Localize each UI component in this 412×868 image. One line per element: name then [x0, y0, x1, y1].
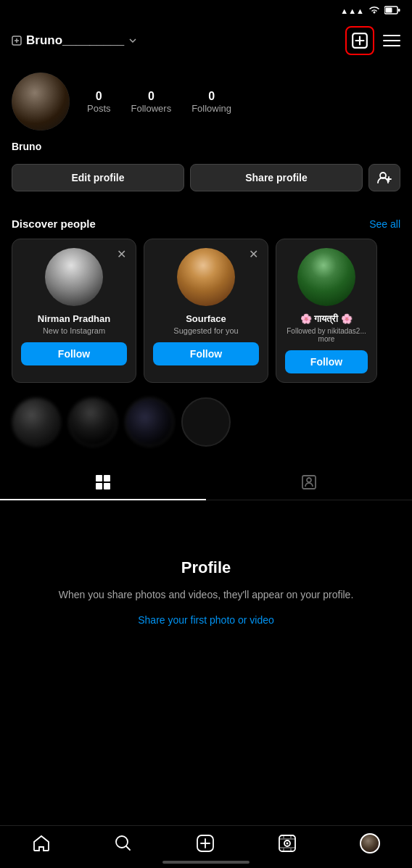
- display-name: Bruno: [12, 141, 400, 152]
- person-avatar-2: [177, 248, 235, 306]
- svg-point-16: [287, 843, 289, 845]
- header: Bruno_________: [0, 16, 412, 65]
- search-icon: [114, 834, 133, 853]
- following-label: Following: [191, 103, 231, 114]
- highlight-circle-2: [68, 397, 118, 447]
- discover-title: Discover people: [12, 218, 96, 230]
- profile-actions: Edit profile Share profile: [12, 164, 400, 191]
- menu-line-3: [383, 45, 400, 46]
- following-count: 0: [208, 90, 215, 103]
- grid-icon: [94, 474, 112, 491]
- tab-tagged[interactable]: [206, 465, 412, 500]
- add-user-icon: [377, 171, 392, 184]
- people-scroll: ✕ Nirman Pradhan New to Instagram Follow…: [0, 239, 412, 383]
- empty-profile-title: Profile: [181, 558, 231, 577]
- wifi-icon: [368, 6, 380, 16]
- tab-grid[interactable]: [0, 465, 206, 500]
- battery-icon: [384, 6, 400, 16]
- posts-count: 0: [96, 90, 102, 103]
- followers-count: 0: [148, 90, 154, 103]
- nav-profile-avatar: [360, 833, 380, 853]
- plus-square-icon: [351, 32, 368, 49]
- posts-stat: 0 Posts: [87, 90, 111, 114]
- highlight-circle-3: [125, 397, 174, 447]
- home-indicator: [162, 861, 250, 864]
- signal-icon: ▲▲▲: [340, 7, 364, 15]
- nav-add-button[interactable]: [196, 834, 215, 853]
- person-card-3: 🌸 गायत्री 🌸 Followed by nikitadas2... mo…: [276, 239, 377, 383]
- hamburger-menu-button[interactable]: [383, 35, 400, 46]
- person-card-2: ✕ Sourface Suggested for you Follow: [144, 239, 268, 383]
- person-sub-2: Suggested for you: [173, 326, 238, 335]
- person-name-1: Nirman Pradhan: [38, 313, 110, 324]
- add-user-button[interactable]: [368, 164, 400, 191]
- home-icon: [32, 834, 51, 853]
- person-avatar-3: [297, 248, 355, 306]
- svg-rect-2: [398, 9, 400, 12]
- header-username: Bruno_________: [12, 33, 137, 48]
- person-sub-1: New to Instagram: [43, 326, 105, 335]
- person-name-3: 🌸 गायत्री 🌸: [300, 313, 353, 325]
- svg-point-11: [307, 478, 311, 482]
- follow-person-1-button[interactable]: Follow: [21, 342, 127, 365]
- highlight-item-3[interactable]: [125, 397, 174, 450]
- avatar: [12, 73, 70, 131]
- highlight-item-2[interactable]: [68, 397, 118, 450]
- menu-line-1: [383, 35, 400, 36]
- nav-home-button[interactable]: [32, 834, 51, 853]
- svg-rect-1: [386, 8, 392, 13]
- tab-bar: [0, 465, 412, 500]
- share-first-photo-link[interactable]: Share your first photo or video: [138, 614, 274, 626]
- nav-search-button[interactable]: [114, 834, 133, 853]
- svg-rect-7: [104, 475, 110, 481]
- add-icon: [196, 834, 215, 853]
- header-icons: [345, 26, 400, 55]
- highlight-item-4[interactable]: [181, 397, 231, 450]
- username-text: Bruno_________: [26, 33, 124, 48]
- see-all-button[interactable]: See all: [369, 218, 400, 230]
- dismiss-person-1-button[interactable]: ✕: [114, 247, 128, 261]
- avatar-image: [12, 73, 70, 131]
- highlight-circle-4: [181, 397, 231, 447]
- empty-profile-section: Profile When you share photos and videos…: [0, 500, 412, 655]
- person-tag-icon: [300, 474, 318, 491]
- profile-section: 0 Posts 0 Followers 0 Following Bruno Ed…: [0, 65, 412, 218]
- person-name-2: Sourface: [186, 313, 226, 324]
- highlight-circle-1: [12, 397, 61, 447]
- highlights-row: [0, 383, 412, 458]
- reels-icon: [278, 834, 297, 853]
- edit-profile-button[interactable]: Edit profile: [12, 164, 184, 191]
- follow-person-3-button[interactable]: Follow: [285, 350, 368, 373]
- svg-rect-8: [96, 483, 102, 489]
- followers-stat[interactable]: 0 Followers: [131, 90, 172, 114]
- person-card-1: ✕ Nirman Pradhan New to Instagram Follow: [12, 239, 136, 383]
- empty-profile-description: When you share photos and videos, they'l…: [59, 587, 354, 603]
- svg-rect-6: [96, 475, 102, 481]
- follow-person-2-button[interactable]: Follow: [153, 342, 259, 365]
- svg-rect-9: [104, 483, 110, 489]
- status-bar: ▲▲▲: [0, 0, 412, 16]
- highlight-item-1[interactable]: [12, 397, 61, 450]
- profile-top: 0 Posts 0 Followers 0 Following: [12, 73, 400, 131]
- person-sub-3: Followed by nikitadas2... more: [285, 327, 368, 343]
- dismiss-person-2-button[interactable]: ✕: [246, 247, 260, 261]
- nav-reels-button[interactable]: [278, 834, 297, 853]
- nav-profile-button[interactable]: [360, 833, 380, 853]
- menu-line-2: [383, 40, 400, 41]
- posts-label: Posts: [87, 103, 111, 114]
- add-content-button[interactable]: [345, 26, 374, 55]
- discover-header: Discover people See all: [0, 218, 412, 239]
- stats-row: 0 Posts 0 Followers 0 Following: [87, 90, 400, 114]
- followers-label: Followers: [131, 103, 172, 114]
- person-avatar-1: [45, 248, 103, 306]
- share-profile-button[interactable]: Share profile: [190, 164, 363, 191]
- chevron-down-icon: [128, 36, 137, 45]
- status-icons: ▲▲▲: [340, 6, 400, 16]
- following-stat[interactable]: 0 Following: [191, 90, 231, 114]
